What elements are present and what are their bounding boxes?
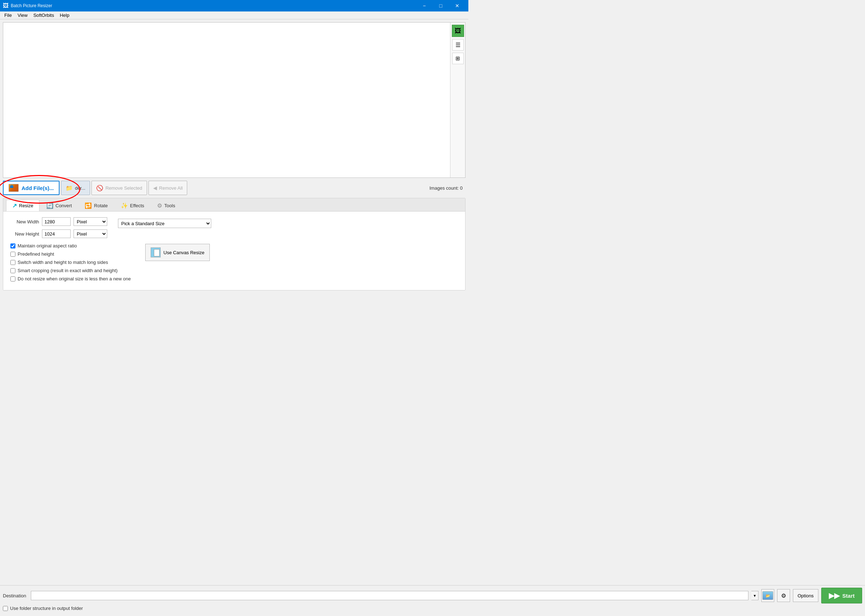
maximize-button[interactable]: □ bbox=[432, 0, 449, 11]
tab-tools[interactable]: ⚙ Tools bbox=[151, 200, 181, 211]
options-section: Maintain original aspect ratio Predefine… bbox=[10, 243, 458, 284]
width-unit-select[interactable]: Pixel Percent Inch Centimeter bbox=[74, 217, 107, 226]
canvas-resize-icon bbox=[151, 247, 160, 258]
maintain-aspect-checkbox[interactable] bbox=[10, 244, 16, 248]
menu-bar: File View SoftOrbits Help bbox=[0, 11, 469, 19]
tab-effects-label: Effects bbox=[130, 203, 145, 208]
maintain-aspect-label: Maintain original aspect ratio bbox=[17, 243, 77, 248]
tab-content-resize: New Width Pixel Percent Inch Centimeter … bbox=[3, 212, 465, 290]
tab-effects[interactable]: ✨ Effects bbox=[115, 200, 151, 211]
height-unit-select[interactable]: Pixel Percent Inch Centimeter bbox=[74, 229, 107, 238]
add-files-button[interactable]: Add File(s)... bbox=[3, 181, 60, 195]
width-row: New Width Pixel Percent Inch Centimeter bbox=[10, 217, 107, 226]
no-resize-smaller-checkbox[interactable] bbox=[10, 277, 16, 281]
title-bar: 🖼 Batch Picture Resizer − □ ✕ bbox=[0, 0, 469, 11]
height-input[interactable] bbox=[42, 229, 71, 238]
main-container: 🖼 ☰ ⊞ Add File(s)... 📁 der... 🚫 bbox=[0, 19, 469, 293]
close-button[interactable]: ✕ bbox=[449, 0, 466, 11]
tab-rotate-label: Rotate bbox=[94, 203, 108, 208]
tab-resize-label: Resize bbox=[19, 203, 33, 208]
tab-convert[interactable]: 🔄 Convert bbox=[40, 200, 78, 211]
checkboxes-col: Maintain original aspect ratio Predefine… bbox=[10, 243, 131, 284]
images-count: Images count: 0 bbox=[429, 185, 466, 191]
canvas-resize-label: Use Canvas Resize bbox=[164, 250, 204, 255]
smart-cropping-label: Smart cropping (result in exact width an… bbox=[17, 268, 118, 273]
title-bar-controls: − □ ✕ bbox=[416, 0, 466, 11]
maintain-aspect-row: Maintain original aspect ratio bbox=[10, 243, 131, 248]
tab-resize-icon: ↗ bbox=[12, 202, 17, 209]
remove-all-button[interactable]: ◀ Remove All bbox=[148, 181, 187, 195]
tabs-header: ↗ Resize 🔄 Convert 🔁 Rotate ✨ Effects ⚙ … bbox=[3, 198, 465, 212]
list-view-button[interactable]: ☰ bbox=[452, 39, 464, 50]
size-inputs-section: New Width Pixel Percent Inch Centimeter … bbox=[10, 217, 458, 242]
remove-all-icon: ◀ bbox=[153, 185, 157, 191]
tab-rotate-icon: 🔁 bbox=[85, 202, 92, 209]
list-icon: ☰ bbox=[455, 42, 461, 49]
smart-cropping-checkbox[interactable] bbox=[10, 268, 16, 273]
canvas-resize-button[interactable]: Use Canvas Resize bbox=[145, 244, 210, 261]
add-folder-button[interactable]: 📁 der... bbox=[61, 181, 90, 195]
add-files-icon bbox=[9, 184, 19, 192]
menu-file[interactable]: File bbox=[2, 12, 15, 19]
size-inputs-left: New Width Pixel Percent Inch Centimeter … bbox=[10, 217, 107, 242]
tab-effects-icon: ✨ bbox=[121, 202, 128, 209]
remove-selected-button[interactable]: 🚫 Remove Selected bbox=[91, 181, 147, 195]
canvas-resize-col: Use Canvas Resize bbox=[138, 244, 210, 261]
app-title: Batch Picture Resizer bbox=[11, 3, 52, 8]
standard-size-col: Pick a Standard Size bbox=[118, 217, 211, 228]
remove-selected-icon: 🚫 bbox=[96, 185, 103, 192]
minimize-button[interactable]: − bbox=[416, 0, 432, 11]
predefined-height-checkbox[interactable] bbox=[10, 252, 16, 257]
no-resize-smaller-row: Do not resize when original size is less… bbox=[10, 276, 131, 281]
menu-help[interactable]: Help bbox=[57, 12, 72, 19]
menu-view[interactable]: View bbox=[15, 12, 30, 19]
remove-all-label: Remove All bbox=[159, 185, 183, 191]
switch-dimensions-checkbox[interactable] bbox=[10, 260, 16, 265]
folder-icon: 📁 bbox=[66, 185, 73, 192]
height-row: New Height Pixel Percent Inch Centimeter bbox=[10, 229, 107, 238]
thumbnail-view-button[interactable]: 🖼 bbox=[452, 25, 464, 37]
predefined-height-row: Predefined height bbox=[10, 251, 131, 257]
tab-resize[interactable]: ↗ Resize bbox=[6, 200, 39, 211]
tabs-panel: ↗ Resize 🔄 Convert 🔁 Rotate ✨ Effects ⚙ … bbox=[3, 198, 466, 291]
tab-rotate[interactable]: 🔁 Rotate bbox=[79, 200, 114, 211]
height-label: New Height bbox=[10, 231, 39, 237]
file-list-area: 🖼 ☰ ⊞ bbox=[3, 22, 466, 178]
tab-tools-icon: ⚙ bbox=[157, 202, 162, 209]
switch-dimensions-label: Switch width and height to match long si… bbox=[17, 259, 108, 265]
add-files-label: Add File(s)... bbox=[22, 185, 54, 191]
title-bar-left: 🖼 Batch Picture Resizer bbox=[3, 3, 52, 9]
width-input[interactable] bbox=[42, 217, 71, 226]
grid-view-button[interactable]: ⊞ bbox=[452, 53, 464, 64]
tab-convert-label: Convert bbox=[56, 203, 72, 208]
smart-cropping-row: Smart cropping (result in exact width an… bbox=[10, 268, 131, 273]
menu-softorbits[interactable]: SoftOrbits bbox=[30, 12, 57, 19]
width-label: New Width bbox=[10, 219, 39, 225]
view-sidebar: 🖼 ☰ ⊞ bbox=[450, 23, 465, 178]
switch-dimensions-row: Switch width and height to match long si… bbox=[10, 259, 131, 265]
tab-tools-label: Tools bbox=[164, 203, 175, 208]
toolbar-row: Add File(s)... 📁 der... 🚫 Remove Selecte… bbox=[3, 180, 466, 196]
standard-size-select[interactable]: Pick a Standard Size bbox=[118, 219, 211, 228]
add-folder-label: der... bbox=[75, 185, 85, 191]
remove-selected-label: Remove Selected bbox=[105, 185, 142, 191]
grid-icon: ⊞ bbox=[455, 55, 460, 62]
file-list-main bbox=[3, 23, 450, 178]
app-icon: 🖼 bbox=[3, 3, 9, 9]
tab-convert-icon: 🔄 bbox=[46, 202, 53, 209]
no-resize-smaller-label: Do not resize when original size is less… bbox=[17, 276, 131, 281]
predefined-height-label: Predefined height bbox=[17, 251, 54, 257]
